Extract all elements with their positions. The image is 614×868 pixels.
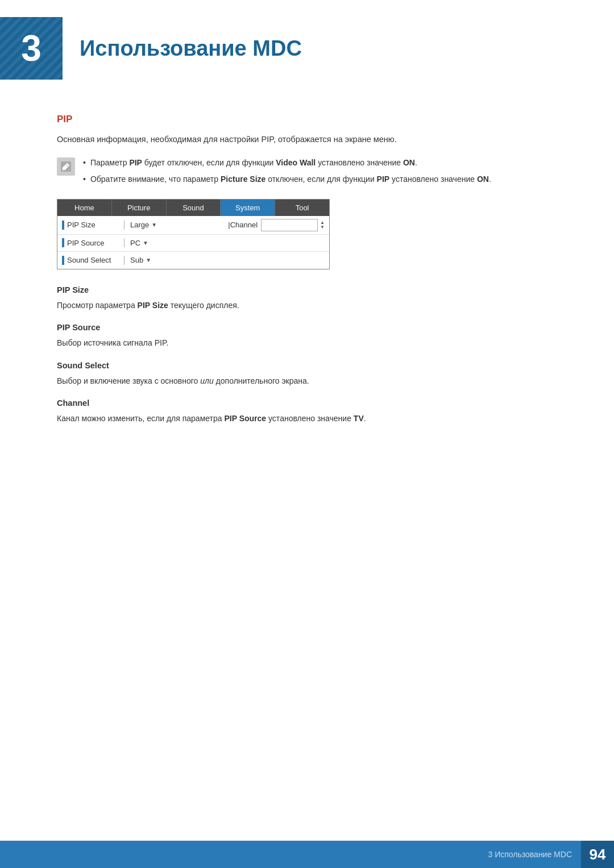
pip-size-dropdown[interactable]: Large ▼ (130, 221, 157, 229)
table-row: PIP Size Large ▼ |Channel ▲ ▼ (57, 216, 329, 235)
pip-size-label: PIP Size (62, 221, 125, 230)
tab-home[interactable]: Home (57, 200, 112, 216)
ui-table-body: PIP Size Large ▼ |Channel ▲ ▼ (57, 216, 329, 269)
row-indicator (62, 238, 64, 247)
note-item-1: Параметр PIP будет отключен, если для фу… (83, 156, 557, 169)
chapter-number: 3 (21, 30, 42, 67)
sound-select-text: Выбор и включение звука с основного или … (57, 375, 557, 387)
page-header: 3 Использование MDC (0, 0, 614, 91)
sound-select-value: Sub ▼ (125, 256, 325, 264)
footer-text: 3 Использование MDC (488, 850, 572, 859)
note-item-2: Обратите внимание, что параметр Picture … (83, 173, 557, 185)
section-intro: Основная информация, необходимая для нас… (57, 133, 557, 146)
chapter-title: Использование MDC (80, 36, 302, 61)
dropdown-arrow: ▼ (143, 240, 148, 246)
channel-label: |Channel (228, 221, 258, 229)
table-row: PIP Source PC ▼ (57, 235, 329, 252)
tab-system[interactable]: System (221, 200, 275, 216)
pip-source-value: PC ▼ (125, 239, 325, 247)
ui-table-header: Home Picture Sound System Tool (57, 200, 329, 216)
pip-source-label: PIP Source (62, 238, 125, 247)
note-box: Параметр PIP будет отключен, если для фу… (57, 156, 557, 189)
spinner-down[interactable]: ▼ (320, 225, 325, 230)
note-items: Параметр PIP будет отключен, если для фу… (83, 156, 557, 189)
pip-source-text: Выбор источника сигнала PIP. (57, 337, 557, 349)
sound-select-heading: Sound Select (57, 361, 557, 370)
pencil-icon (60, 160, 72, 173)
main-content: PIP Основная информация, необходимая для… (0, 114, 614, 425)
tab-tool[interactable]: Tool (275, 200, 329, 216)
spinner: ▲ ▼ (320, 221, 325, 230)
dropdown-arrow: ▼ (146, 257, 151, 263)
pip-size-text: Просмотр параметра PIP Size текущего дис… (57, 299, 557, 312)
tab-picture[interactable]: Picture (112, 200, 167, 216)
sound-select-dropdown[interactable]: Sub ▼ (130, 256, 151, 264)
table-row: Sound Select Sub ▼ (57, 252, 329, 269)
channel-area: |Channel ▲ ▼ (222, 219, 325, 231)
pip-size-value: Large ▼ (125, 221, 222, 229)
tab-sound[interactable]: Sound (167, 200, 221, 216)
pip-source-dropdown[interactable]: PC ▼ (130, 239, 148, 247)
chapter-number-block: 3 (0, 17, 63, 80)
dropdown-arrow: ▼ (151, 222, 157, 228)
section-heading: PIP (57, 114, 557, 125)
row-indicator (62, 221, 64, 230)
note-icon (57, 157, 75, 176)
channel-input[interactable] (261, 219, 318, 231)
channel-text: Канал можно изменить, если для параметра… (57, 412, 557, 425)
row-indicator (62, 256, 64, 265)
page-footer: 3 Использование MDC 94 (0, 841, 614, 868)
page-number: 94 (581, 841, 614, 868)
pip-source-heading: PIP Source (57, 323, 557, 332)
pip-size-heading: PIP Size (57, 285, 557, 294)
sound-select-label: Sound Select (62, 256, 125, 265)
ui-table: Home Picture Sound System Tool PIP Size … (57, 199, 330, 269)
channel-heading: Channel (57, 398, 557, 408)
